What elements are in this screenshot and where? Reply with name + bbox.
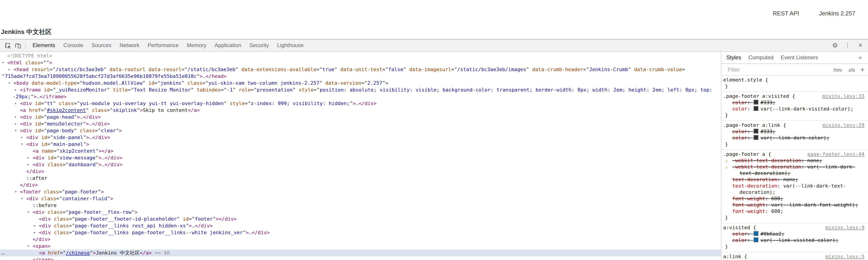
- css-declaration[interactable]: font-weight: 600;: [723, 208, 864, 215]
- expand-arrow-icon[interactable]: ▸: [33, 229, 36, 236]
- color-swatch[interactable]: [754, 128, 759, 134]
- jenkins-version-link[interactable]: Jenkins 2.257: [819, 10, 855, 17]
- jenkins-chinese-community-link[interactable]: Jenkins 中文社区: [1, 28, 52, 36]
- collapse-arrow-icon[interactable]: ▾: [27, 243, 30, 250]
- collapse-arrow-icon[interactable]: ▾: [21, 141, 23, 148]
- toggle-element-state-button[interactable]: :hov: [833, 67, 842, 72]
- dom-row[interactable]: -29px;">…</iframe>: [0, 93, 721, 100]
- rule-selector[interactable]: .page-footer a:link: [723, 122, 780, 128]
- color-swatch[interactable]: [754, 135, 759, 140]
- dom-row[interactable]: ▸<div id="side-panel">…</div>: [0, 134, 721, 141]
- tab-network[interactable]: Network: [115, 39, 144, 51]
- expand-arrow-icon[interactable]: ▸: [14, 114, 17, 120]
- rest-api-link[interactable]: REST API: [773, 10, 799, 17]
- dom-row[interactable]: </div>: [0, 236, 721, 243]
- tab-security[interactable]: Security: [245, 39, 273, 51]
- dom-row[interactable]: ▸<div id="menuSelector">…</div>: [0, 120, 721, 127]
- color-swatch[interactable]: [754, 100, 759, 105]
- collapse-arrow-icon[interactable]: ▾: [27, 209, 30, 215]
- close-devtools-icon[interactable]: ×: [855, 40, 865, 50]
- rule-selector[interactable]: .page-footer a:visited: [723, 93, 789, 100]
- new-style-rule-button[interactable]: +: [860, 66, 864, 73]
- css-declaration[interactable]: color: #333;: [723, 100, 864, 106]
- dom-row[interactable]: ▾<footer class="page-footer">: [0, 189, 721, 195]
- stylesheet-source-link[interactable]: [862, 77, 864, 83]
- tab-lighthouse[interactable]: Lighthouse: [273, 39, 308, 51]
- tab-elements[interactable]: Elements: [29, 39, 59, 51]
- dom-row[interactable]: <a href="#skip2content" class="skiplink"…: [0, 107, 721, 114]
- rule-selector[interactable]: a:visited: [723, 225, 750, 231]
- dom-row[interactable]: ▸<div id="view-message">…</div>: [0, 154, 721, 161]
- css-declaration[interactable]: ⚠-webkit-text-decoration: var(--link-dar…: [723, 164, 864, 177]
- css-declaration[interactable]: color: var(--link-dark-color);: [723, 135, 864, 141]
- expand-arrow-icon[interactable]: ▸: [21, 134, 23, 141]
- dom-row[interactable]: ▸<head resurl="/static/bc3ae3eb" data-ro…: [0, 66, 721, 73]
- element-classes-button[interactable]: .cls: [847, 67, 855, 72]
- dom-row[interactable]: ▸<div id="page-head">…</div>: [0, 114, 721, 120]
- stylesheet-source-link[interactable]: mixins.less:5: [823, 254, 864, 260]
- dom-row[interactable]: ▸<iframe id="_yuiResizeMonitor" title="T…: [0, 87, 721, 93]
- dom-row[interactable]: ▾<body data-model-type="hudson.model.All…: [0, 80, 721, 87]
- dom-row[interactable]: ▸<div class="dashboard">…</div>: [0, 161, 721, 168]
- tab-sources[interactable]: Sources: [87, 39, 115, 51]
- dom-row[interactable]: </div>: [0, 168, 721, 175]
- dom-row[interactable]: </span>: [0, 256, 721, 260]
- tab-performance[interactable]: Performance: [144, 39, 183, 51]
- dom-row[interactable]: ::after: [0, 175, 721, 182]
- tab-application[interactable]: Application: [211, 39, 245, 51]
- css-declaration[interactable]: color: #0b6aa2;: [723, 231, 864, 237]
- dom-row[interactable]: <div class="page-footer__footer-id-place…: [0, 215, 721, 223]
- dom-row[interactable]: "715ade7fcd73ea710900055628f5abcf27d3af6…: [0, 73, 721, 80]
- settings-gear-icon[interactable]: ⚙: [830, 40, 840, 50]
- css-declaration[interactable]: font-weight: 600;: [723, 196, 864, 202]
- collapse-arrow-icon[interactable]: ▾: [14, 189, 17, 195]
- expand-arrow-icon[interactable]: ▸: [27, 154, 30, 161]
- dom-row[interactable]: ▾<html class="">: [0, 59, 721, 66]
- css-declaration[interactable]: color: var(--link-visited-color);: [723, 237, 864, 244]
- rule-selector[interactable]: element.style: [723, 77, 762, 83]
- expand-arrow-icon[interactable]: ▸: [8, 66, 11, 73]
- dom-row[interactable]: <a name="skip2content"></a>: [0, 148, 721, 154]
- dom-row[interactable]: ▸<div class="page-footer__links page-foo…: [0, 229, 721, 236]
- dom-row[interactable]: ▾<div class="page-footer__flex-row">: [0, 209, 721, 215]
- sidebar-tab-event-listeners[interactable]: Event Listeners: [781, 54, 818, 61]
- more-options-icon[interactable]: ⋮: [843, 40, 852, 50]
- sidebar-tab-styles[interactable]: Styles: [726, 54, 741, 61]
- tab-memory[interactable]: Memory: [183, 39, 211, 51]
- css-declaration[interactable]: text-decoration: none;: [723, 177, 864, 183]
- node-options-dots[interactable]: …: [1, 250, 5, 256]
- color-swatch[interactable]: [754, 237, 759, 242]
- collapse-arrow-icon[interactable]: ▾: [21, 195, 23, 202]
- dom-row[interactable]: ▸<div id="tt" class="yui-module yui-over…: [0, 100, 721, 107]
- collapse-arrow-icon[interactable]: ▾: [2, 59, 4, 66]
- css-declaration[interactable]: font-weight: var(--link-dark-font-weight…: [723, 202, 864, 208]
- device-toolbar-icon[interactable]: [13, 40, 23, 50]
- expand-arrow-icon[interactable]: ▸: [14, 87, 17, 93]
- dom-row[interactable]: </div>: [0, 182, 721, 189]
- css-declaration[interactable]: text-decoration: var(--link-dark-text-de…: [723, 183, 864, 196]
- dom-row[interactable]: <!DOCTYPE html>: [0, 53, 721, 59]
- expand-arrow-icon[interactable]: ▸: [14, 100, 17, 107]
- dom-row[interactable]: ▾<span>: [0, 243, 721, 250]
- stylesheet-source-link[interactable]: page-footer.less:44: [805, 151, 864, 157]
- dom-row[interactable]: ▾<div id="page-body" class="clear">: [0, 127, 721, 134]
- collapse-arrow-icon[interactable]: ▾: [8, 80, 11, 87]
- styles-filter-input[interactable]: [727, 66, 797, 73]
- dom-row[interactable]: ▾<div id="main-panel">: [0, 141, 721, 148]
- dom-row[interactable]: ::before: [0, 202, 721, 209]
- css-declaration[interactable]: color: var(--link-dark-visited-color);: [723, 106, 864, 112]
- dom-row[interactable]: ▸<div class="page-footer__links rest_api…: [0, 223, 721, 229]
- rule-selector[interactable]: a:link: [723, 254, 741, 260]
- css-declaration[interactable]: ⚠-webkit-text-decoration: none;: [723, 157, 864, 164]
- dom-row[interactable]: ▾<div class="container-fluid">: [0, 195, 721, 202]
- css-declaration[interactable]: color: #333;: [723, 128, 864, 135]
- stylesheet-source-link[interactable]: mixins.less:9: [823, 225, 864, 231]
- more-tabs-icon[interactable]: »: [859, 54, 862, 61]
- rule-selector[interactable]: .page-footer a: [723, 151, 765, 157]
- tab-console[interactable]: Console: [59, 39, 87, 51]
- expand-arrow-icon[interactable]: ▸: [33, 223, 36, 229]
- selected-dom-node[interactable]: …<a href="/chinese">Jenkins 中文社区</a> == …: [0, 250, 721, 256]
- sidebar-tab-computed[interactable]: Computed: [748, 54, 773, 61]
- collapse-arrow-icon[interactable]: ▾: [14, 127, 17, 134]
- stylesheet-source-link[interactable]: mixins.less:29: [820, 122, 864, 128]
